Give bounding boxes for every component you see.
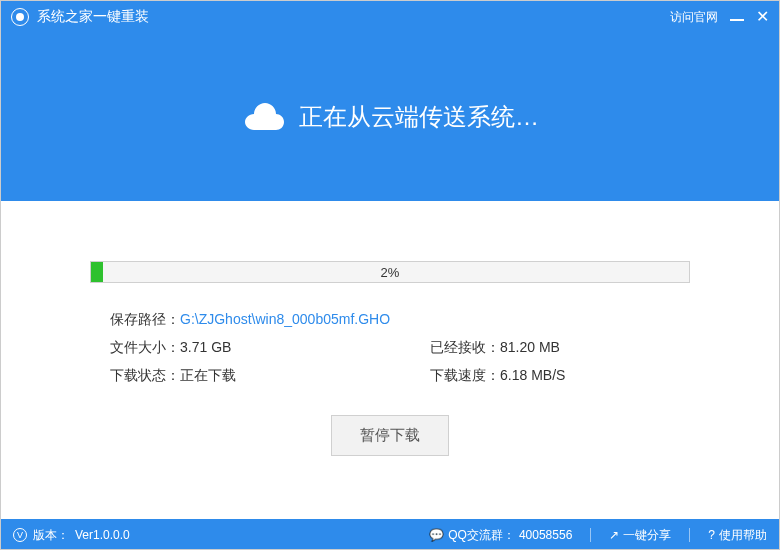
close-icon[interactable]: ✕ — [756, 9, 769, 25]
share-label: 一键分享 — [623, 527, 671, 544]
banner: 正在从云端传送系统… — [1, 33, 779, 201]
status-label: 下载状态： — [110, 367, 180, 385]
app-title: 系统之家一键重装 — [37, 8, 670, 26]
version-value: Ver1.0.0.0 — [75, 528, 130, 542]
minimize-icon[interactable] — [730, 19, 744, 21]
chat-icon: 💬 — [429, 528, 444, 542]
save-path-label: 保存路径： — [110, 311, 180, 329]
download-info: 保存路径： G:\ZJGhost\win8_000b05mf.GHO 文件大小：… — [110, 311, 670, 385]
action-buttons: 暂停下载 — [1, 415, 779, 456]
footer-divider — [689, 528, 690, 542]
cloud-icon — [241, 102, 285, 132]
file-size-value: 3.71 GB — [180, 339, 231, 357]
progress-percent-text: 2% — [91, 262, 689, 284]
qq-value: 40058556 — [519, 528, 572, 542]
footer-divider — [590, 528, 591, 542]
status-value: 正在下载 — [180, 367, 236, 385]
help-link[interactable]: ? 使用帮助 — [708, 527, 767, 544]
banner-text: 正在从云端传送系统… — [299, 101, 539, 133]
footer-version: V 版本： Ver1.0.0.0 — [13, 527, 429, 544]
speed-value: 6.18 MB/S — [500, 367, 565, 385]
received-label: 已经接收： — [430, 339, 500, 357]
header: 系统之家一键重装 访问官网 ✕ 正在从云端传送系统… — [1, 1, 779, 201]
file-size-label: 文件大小： — [110, 339, 180, 357]
received-value: 81.20 MB — [500, 339, 560, 357]
share-icon: ↗ — [609, 528, 619, 542]
titlebar-controls: 访问官网 ✕ — [670, 9, 769, 26]
help-icon: ? — [708, 528, 715, 542]
titlebar: 系统之家一键重装 访问官网 ✕ — [1, 1, 779, 33]
speed-label: 下载速度： — [430, 367, 500, 385]
progress-bar-container: 2% — [90, 261, 690, 283]
version-icon: V — [13, 528, 27, 542]
progress-bar: 2% — [90, 261, 690, 283]
help-label: 使用帮助 — [719, 527, 767, 544]
save-path-value[interactable]: G:\ZJGhost\win8_000b05mf.GHO — [180, 311, 390, 329]
footer-links: 💬 QQ交流群： 40058556 ↗ 一键分享 ? 使用帮助 — [429, 527, 767, 544]
main-content: 2% 保存路径： G:\ZJGhost\win8_000b05mf.GHO 文件… — [1, 201, 779, 519]
version-label: 版本： — [33, 527, 69, 544]
pause-download-button[interactable]: 暂停下载 — [331, 415, 449, 456]
share-link[interactable]: ↗ 一键分享 — [609, 527, 671, 544]
visit-site-link[interactable]: 访问官网 — [670, 9, 718, 26]
qq-label: QQ交流群： — [448, 527, 515, 544]
app-logo-icon — [11, 8, 29, 26]
footer: V 版本： Ver1.0.0.0 💬 QQ交流群： 40058556 ↗ 一键分… — [1, 519, 779, 550]
qq-group-link[interactable]: 💬 QQ交流群： 40058556 — [429, 527, 572, 544]
